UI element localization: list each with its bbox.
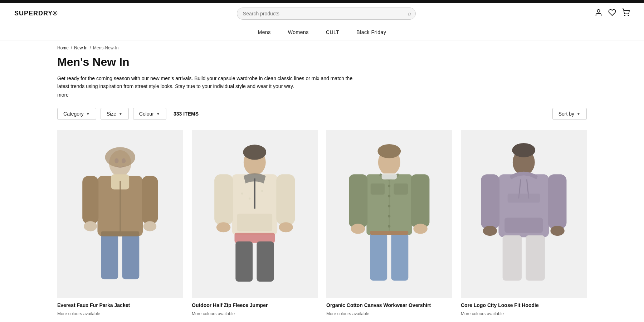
product-card-3[interactable]: Organic Cotton Canvas Workwear Overshirt… [326, 130, 452, 316]
svg-rect-44 [349, 175, 367, 228]
svg-rect-57 [504, 218, 543, 233]
search-wrapper: ⌕ [237, 8, 416, 20]
product-subtitle-3: More colours available [326, 311, 452, 316]
svg-rect-43 [382, 174, 397, 180]
product-card-1[interactable]: Everest Faux Fur Parka Jacket More colou… [57, 130, 183, 316]
size-chevron-icon: ▼ [118, 111, 123, 116]
svg-point-21 [241, 192, 243, 195]
svg-point-18 [243, 145, 267, 160]
product-image-1 [57, 130, 183, 298]
svg-point-0 [597, 10, 600, 12]
product-svg-2 [204, 138, 305, 289]
category-filter[interactable]: Category ▼ [57, 108, 96, 120]
svg-point-33 [378, 144, 401, 158]
breadcrumb-new-in[interactable]: New In [74, 45, 87, 50]
header: SUPERDRY® ⌕ [0, 3, 644, 24]
search-bar: ⌕ [237, 8, 416, 20]
svg-point-13 [84, 221, 97, 231]
sort-label: Sort by [558, 111, 574, 117]
breadcrumb-current: Mens-New-In [93, 45, 118, 50]
nav-item-mens[interactable]: Mens [258, 29, 271, 35]
svg-rect-59 [548, 175, 567, 229]
products-grid: Everest Faux Fur Parka Jacket More colou… [57, 130, 587, 316]
product-name-4: Core Logo City Loose Fit Hoodie [461, 302, 587, 309]
nav-item-black-friday[interactable]: Black Friday [356, 29, 386, 35]
main-nav: Mens Womens CULT Black Friday [0, 24, 644, 40]
svg-rect-26 [277, 175, 295, 225]
logo[interactable]: SUPERDRY® [14, 10, 58, 17]
svg-rect-41 [371, 184, 385, 195]
product-subtitle-2: More colours available [192, 311, 318, 316]
svg-point-15 [115, 158, 119, 164]
svg-point-14 [143, 221, 157, 231]
breadcrumb-sep-2: / [90, 45, 91, 50]
svg-rect-42 [394, 184, 408, 195]
product-svg-1 [70, 138, 171, 289]
size-filter[interactable]: Size ▼ [101, 108, 129, 120]
svg-point-50 [414, 224, 428, 234]
breadcrumb: Home / New In / Mens-New-In [0, 40, 644, 55]
product-subtitle-4: More colours available [461, 311, 587, 316]
product-svg-4 [473, 138, 574, 289]
svg-point-22 [249, 197, 251, 200]
page-title: Men's New In [57, 55, 587, 69]
category-chevron-icon: ▼ [86, 111, 90, 116]
svg-point-62 [483, 226, 497, 236]
svg-point-1 [624, 15, 625, 16]
product-name-1: Everest Faux Fur Parka Jacket [57, 302, 183, 309]
sort-chevron-icon: ▼ [576, 111, 581, 116]
svg-rect-60 [503, 235, 522, 281]
svg-point-16 [122, 158, 126, 164]
svg-point-36 [388, 185, 390, 187]
svg-rect-58 [481, 175, 499, 229]
svg-point-37 [388, 195, 390, 197]
product-subtitle-1: More colours available [57, 311, 183, 316]
colour-filter[interactable]: Colour ▼ [133, 108, 166, 120]
svg-point-23 [261, 190, 263, 192]
search-input[interactable] [237, 8, 416, 20]
svg-point-4 [105, 147, 135, 167]
colour-chevron-icon: ▼ [156, 111, 160, 116]
svg-rect-46 [370, 233, 387, 281]
items-count: 333 ITEMS [174, 111, 199, 117]
cart-icon[interactable] [622, 9, 630, 18]
nav-item-womens[interactable]: Womens [288, 29, 309, 35]
svg-point-39 [388, 215, 390, 218]
size-filter-label: Size [107, 111, 116, 117]
product-card-2[interactable]: Outdoor Half Zip Fleece Jumper More colo… [192, 130, 318, 316]
page-description: Get ready for the coming season with our… [57, 74, 365, 91]
wishlist-icon[interactable] [608, 9, 616, 18]
svg-point-49 [351, 224, 365, 234]
svg-rect-61 [526, 235, 545, 281]
svg-rect-24 [237, 214, 273, 231]
product-name-2: Outdoor Half Zip Fleece Jumper [192, 302, 318, 309]
svg-point-31 [279, 222, 293, 232]
top-bar [0, 0, 644, 3]
svg-rect-29 [257, 241, 274, 282]
svg-point-38 [388, 205, 390, 208]
breadcrumb-home[interactable]: Home [57, 45, 69, 50]
product-name-3: Organic Cotton Canvas Workwear Overshirt [326, 302, 452, 309]
product-image-3 [326, 130, 452, 298]
svg-rect-25 [214, 175, 233, 225]
filters-row: Category ▼ Size ▼ Colour ▼ 333 ITEMS Sor… [57, 108, 587, 120]
svg-point-52 [512, 143, 536, 157]
svg-rect-10 [101, 234, 118, 279]
svg-rect-56 [508, 194, 540, 203]
filters-left: Category ▼ Size ▼ Colour ▼ 333 ITEMS [57, 108, 199, 120]
svg-rect-45 [411, 175, 430, 228]
sort-button[interactable]: Sort by ▼ [552, 108, 587, 120]
more-link[interactable]: more [57, 92, 69, 98]
svg-rect-9 [142, 176, 158, 224]
svg-rect-48 [370, 231, 408, 235]
product-card-4[interactable]: Core Logo City Loose Fit Hoodie More col… [461, 130, 587, 316]
svg-rect-47 [391, 233, 409, 281]
colour-filter-label: Colour [139, 111, 154, 117]
product-image-4 [461, 130, 587, 298]
category-filter-label: Category [63, 111, 84, 117]
account-icon[interactable] [595, 9, 602, 18]
svg-point-63 [551, 226, 565, 236]
nav-item-cult[interactable]: CULT [326, 29, 340, 35]
svg-rect-12 [101, 231, 139, 236]
breadcrumb-sep-1: / [71, 45, 72, 50]
